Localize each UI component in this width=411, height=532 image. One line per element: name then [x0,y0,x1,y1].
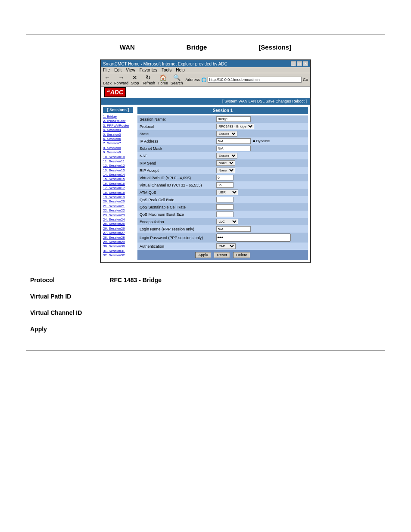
maximize-button[interactable]: □ [297,61,302,66]
go-button[interactable]: Go [303,78,308,82]
session-link-27[interactable]: 27. Session27 [103,231,133,235]
qos-sustainable-input[interactable] [216,204,234,210]
field-value-session-name [214,115,308,123]
session-link-9[interactable]: 9. Session9 [103,150,133,155]
login-password-input[interactable] [216,233,291,242]
authentication-select[interactable]: PAP CHAP None [216,243,236,249]
nav-reboot[interactable]: Reboot [292,99,305,103]
minimize-button[interactable]: _ [291,61,296,66]
encapsulation-select[interactable]: LLC VC-Mux [216,219,238,224]
session-link-13[interactable]: 13. Session13 [103,168,133,173]
qos-peak-input[interactable] [216,197,234,202]
adc-logo: ///ADC [104,87,126,97]
session-link-24[interactable]: 24. Session24 [103,218,133,222]
session-link-11[interactable]: 11. Session11 [103,159,133,164]
menu-favorites[interactable]: Favorites [140,68,157,72]
session-link-19[interactable]: 19. Session19 [103,195,133,199]
form-area: Session 1 Session Name: Protocol [135,105,310,262]
table-row: QoS Sustainable Cell Rate [137,203,308,211]
session-link-31[interactable]: 31. Session31 [103,249,133,253]
session-link-14[interactable]: 14. Session14 [103,173,133,177]
close-button[interactable]: ✕ [303,61,308,66]
field-value-atm-qos: UBR CBR VBR-rt VBR-nrt [214,189,308,196]
session-link-21[interactable]: 21. Session21 [103,204,133,208]
session-link-8[interactable]: 8. Session8 [103,146,133,150]
address-input[interactable] [208,77,302,83]
session-link-26[interactable]: 26. Session26 [103,227,133,231]
rip-send-select[interactable]: None RIPv1 RIPv2 [216,160,235,166]
field-value-authentication: PAP CHAP None [214,243,308,250]
refresh-button[interactable]: ↻ Refresh [142,74,156,85]
search-button[interactable]: 🔍 Search [171,74,183,85]
field-label-ip-address: IP Address [137,137,214,145]
nav-lan[interactable]: LAN [249,99,256,103]
session-link-29[interactable]: 29. Session29 [103,240,133,244]
stop-button[interactable]: ✕ Stop [131,74,139,85]
nat-select[interactable]: Enable Disable [216,153,237,159]
apply-button[interactable]: Apply [195,252,211,258]
session-link-10[interactable]: 10. Session10 [103,155,133,159]
delete-button[interactable]: Delete [233,252,250,258]
session-link-4[interactable]: 4. Session4 [103,128,133,132]
home-button[interactable]: 🏠 Home [158,74,168,85]
session-link-28[interactable]: 28. Session28 [103,236,133,240]
state-select[interactable]: Enable Disable [216,131,237,137]
session-name-input[interactable] [216,116,251,122]
menu-help[interactable]: Help [176,68,185,72]
ip-address-input[interactable] [216,138,251,144]
nav-system[interactable]: System [224,99,237,103]
session-link-5[interactable]: 5. Session5 [103,133,133,137]
subnet-mask-input[interactable] [216,146,251,151]
session-link-1[interactable]: 1. Bridge [103,115,133,119]
session-link-32[interactable]: 32. Session32 [103,253,133,258]
vpi-input[interactable] [216,175,234,180]
session-form-table: Session Name: Protocol RFC1483 - Bridge … [137,115,308,250]
menu-tools[interactable]: Tools [162,68,171,72]
browser-title: SmartCMCT Home - Microsoft Internet Expl… [103,62,227,66]
field-label-qos-burst: QoS Maximum Burst Size [137,211,214,218]
session-link-20[interactable]: 20. Session20 [103,199,133,204]
nav-save-changes[interactable]: Save Changes [265,99,291,103]
atm-qos-select[interactable]: UBR CBR VBR-rt VBR-nrt [216,190,238,195]
vci-input[interactable] [216,182,234,188]
session-link-30[interactable]: 30. Session30 [103,244,133,249]
session-link-12[interactable]: 12. Session12 [103,164,133,168]
titlebar-buttons: _ □ ✕ [291,61,308,66]
field-value-qos-burst [214,211,308,218]
session-link-25[interactable]: 25. Session25 [103,222,133,226]
rip-accept-select[interactable]: None RIPv1 RIPv2 [216,168,235,173]
login-name-input[interactable] [216,226,251,232]
nav-wan-link[interactable]: WAN [238,99,247,103]
session-link-3[interactable]: 3. PPPoA/Router [103,124,133,128]
session-link-22[interactable]: 22. Session22 [103,208,133,213]
nav-dsl[interactable]: DSL [257,99,265,103]
menu-file[interactable]: File [103,68,110,72]
nav-bridge: Bridge [187,44,207,51]
session-link-16[interactable]: 16. Session16 [103,182,133,186]
desc-vpi: Virtual Path ID [30,292,381,300]
field-label-qos-peak: QoS Peak Cell Rate [137,196,214,203]
session-link-7[interactable]: 7. Session7 [103,141,133,146]
address-label: Address [186,78,200,82]
table-row: RIP Send None RIPv1 RIPv2 [137,159,308,167]
session-title: Session 1 [137,107,308,114]
field-value-rip-send: None RIPv1 RIPv2 [214,159,308,167]
session-link-15[interactable]: 15. Session15 [103,177,133,181]
adc-logo-wrapper: ///ADC [104,89,126,96]
forward-button[interactable]: → Forward [114,74,128,85]
reset-button[interactable]: Reset [214,252,230,258]
field-value-vpi [214,174,308,181]
session-link-17[interactable]: 17. Session17 [103,186,133,190]
session-link-6[interactable]: 6. Session6 [103,137,133,141]
menu-edit[interactable]: Edit [114,68,121,72]
desc-apply-label: Apply [30,326,108,333]
address-bar: Address 🌐 Go [186,77,308,83]
back-button[interactable]: ← Back [103,74,112,85]
session-link-23[interactable]: 23. Session23 [103,213,133,218]
table-row: QoS Maximum Burst Size [137,211,308,218]
session-link-2[interactable]: 2. IPoA/Router [103,119,133,123]
qos-burst-input[interactable] [216,212,234,217]
menu-view[interactable]: View [126,68,135,72]
session-link-18[interactable]: 18. Session18 [103,191,133,195]
protocol-select[interactable]: RFC1483 - Bridge RFC1483 - Router PPPoA … [216,124,254,129]
